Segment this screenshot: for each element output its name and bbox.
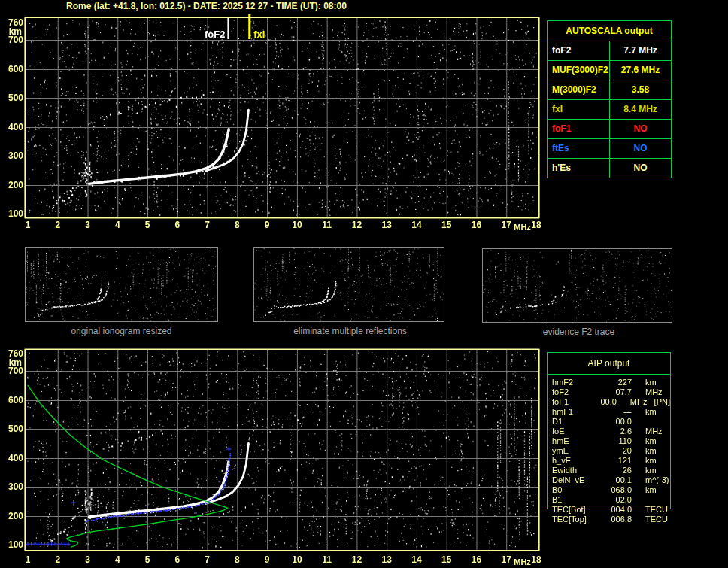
- aip-row-D1: D100.0: [548, 417, 670, 427]
- aip-table-rows: hmF2227kmfoF207.7MHzfoF100.0MHz [PN]hmF1…: [548, 375, 670, 524]
- aip-row-value: ---: [599, 407, 632, 417]
- aip-row-value: 006.8: [599, 515, 632, 524]
- aip-row-unit: MHz [PN]: [617, 397, 670, 407]
- aip-row-label: D1: [548, 417, 599, 427]
- autoscala-row-label: foF1: [548, 120, 610, 138]
- aip-row-unit: km: [632, 407, 657, 417]
- aip-row-label: foF1: [548, 397, 590, 407]
- aip-row-label: Ewidth: [548, 466, 599, 475]
- autoscala-row-value: 8.4 MHz: [610, 100, 671, 119]
- aip-row-foF1: foF100.0MHz [PN]: [548, 397, 670, 407]
- aip-row-unit: km: [632, 446, 657, 456]
- thumbnail-caption-evidence: evidence F2 trace: [482, 327, 675, 337]
- aip-row-B0: B0068.0km: [548, 485, 670, 495]
- autoscala-row-ftEs: ftEsNO: [548, 139, 671, 159]
- aip-row-TEC[Top]: TEC[Top]006.8TECU: [548, 515, 670, 524]
- autoscala-row-foF2: foF27.7 MHz: [548, 41, 671, 61]
- thumbnail-original-ionogram: original ionogram resized: [25, 247, 218, 336]
- aip-row-unit: MHz: [632, 387, 663, 397]
- autoscala-row-label: ftEs: [548, 139, 610, 158]
- aip-row-h_vE: h_vE121km: [548, 456, 670, 466]
- autoscala-row-value: NO: [610, 120, 671, 138]
- aip-row-foF2: foF207.7MHz: [548, 387, 670, 397]
- autoscala-row-label: h'Es: [548, 159, 610, 178]
- aip-row-label: foF2: [548, 387, 599, 397]
- autoscala-row-label: MUF(3000)F2: [548, 61, 610, 80]
- aip-row-value: 004.0: [599, 505, 632, 515]
- aip-row-B1: B102.0: [548, 495, 670, 505]
- aip-row-label: B1: [548, 495, 599, 505]
- aip-row-hmE: hmE110km: [548, 436, 670, 446]
- autoscala-row-fxI: fxI8.4 MHz: [548, 100, 671, 120]
- aip-row-value: 2.6: [599, 427, 632, 436]
- aip-row-foE: foE2.6MHz: [548, 427, 670, 436]
- aip-row-unit: [632, 495, 645, 505]
- aip-row-label: hmF1: [548, 407, 599, 417]
- aip-row-value: 00.1: [599, 475, 632, 485]
- autoscala-row-label: foF2: [548, 41, 610, 60]
- autoscala-row-value: NO: [610, 139, 671, 158]
- thumbnail-eliminate-reflections-image: [253, 247, 444, 322]
- aip-row-label: h_vE: [548, 456, 599, 466]
- autoscala-row-label: M(3000)F2: [548, 80, 610, 99]
- autoscala-row-M(3000)F2: M(3000)F23.58: [548, 80, 671, 100]
- autoscala-row-MUF(3000)F2: MUF(3000)F227.6 MHz: [548, 61, 671, 80]
- aip-row-value: 20: [599, 446, 632, 456]
- aip-row-label: DelN_vE: [548, 475, 599, 485]
- aip-row-unit: [632, 417, 645, 427]
- autoscala-row-foF1: foF1NO: [548, 120, 671, 139]
- thumbnail-caption-original: original ionogram resized: [25, 326, 218, 336]
- aip-row-label: TEC[Bot]: [548, 505, 599, 515]
- aip-row-unit: TECU: [632, 505, 668, 515]
- aip-row-ymE: ymE20km: [548, 446, 670, 456]
- thumbnail-evidence-f2-image: [482, 248, 672, 323]
- aip-row-unit: km: [632, 436, 657, 446]
- thumbnail-eliminate-reflections: eliminate multiple reflections: [253, 247, 447, 336]
- autoscala-row-value: NO: [610, 159, 671, 178]
- bottom-ionogram-canvas: [0, 343, 557, 568]
- aip-row-unit: km: [632, 485, 657, 495]
- aip-table-header: AIP output: [548, 353, 670, 375]
- aip-row-unit: km: [632, 466, 657, 475]
- aip-row-DelN_vE: DelN_vE00.1m^(-3): [548, 475, 670, 485]
- aip-row-label: foE: [548, 427, 599, 436]
- aip-row-unit: km: [632, 378, 657, 387]
- aip-row-label: hmE: [548, 436, 599, 446]
- top-ionogram-canvas: [0, 12, 557, 235]
- aip-row-hmF2: hmF2227km: [548, 378, 670, 387]
- aip-row-value: 00.0: [599, 417, 632, 427]
- thumbnail-evidence-f2: evidence F2 trace: [482, 248, 675, 337]
- aip-row-value: 26: [599, 466, 632, 475]
- autoscala-row-value: 3.58: [610, 80, 671, 99]
- autoscala-row-value: 27.6 MHz: [610, 61, 671, 80]
- aip-row-unit: MHz: [632, 427, 663, 436]
- aip-row-value: 227: [599, 378, 632, 387]
- aip-output-table: AIP output hmF2227kmfoF207.7MHzfoF100.0M…: [547, 352, 671, 509]
- aip-row-unit: km: [632, 456, 657, 466]
- aip-row-value: 121: [599, 456, 632, 466]
- aip-row-label: B0: [548, 485, 599, 495]
- thumbnail-caption-eliminate: eliminate multiple reflections: [253, 326, 447, 336]
- aip-row-Ewidth: Ewidth26km: [548, 466, 670, 475]
- autoscala-row-label: fxI: [548, 100, 610, 119]
- aip-row-unit: TECU: [632, 515, 668, 524]
- aip-row-value: 02.0: [599, 495, 632, 505]
- thumbnail-original-ionogram-image: [25, 247, 218, 322]
- aip-row-value: 00.0: [590, 397, 617, 407]
- aip-row-label: ymE: [548, 446, 599, 456]
- aip-row-label: hmF2: [548, 378, 599, 387]
- autoscala-output-table: AUTOSCALA output foF27.7 MHzMUF(3000)F22…: [547, 20, 672, 178]
- aip-row-label: TEC[Top]: [548, 515, 599, 524]
- aip-row-value: 068.0: [599, 485, 632, 495]
- aip-row-value: 110: [599, 436, 632, 446]
- autoscala-row-h'Es: h'EsNO: [548, 159, 671, 178]
- aip-row-value: 07.7: [599, 387, 632, 397]
- aip-row-TEC[Bot]: TEC[Bot]004.0TECU: [548, 505, 670, 515]
- aip-row-hmF1: hmF1---km: [548, 407, 670, 417]
- autoscala-table-rows: foF27.7 MHzMUF(3000)F227.6 MHzM(3000)F23…: [548, 41, 671, 178]
- aip-row-unit: m^(-3): [632, 475, 669, 485]
- autoscala-row-value: 7.7 MHz: [610, 41, 671, 60]
- station-date-time-title: Rome (lat: +41.8, lon: 012.5) - DATE: 20…: [66, 1, 347, 11]
- autoscala-screen: { "title": "Rome (lat: +41.8, lon: 012.5…: [0, 0, 728, 568]
- autoscala-table-header: AUTOSCALA output: [548, 21, 671, 41]
